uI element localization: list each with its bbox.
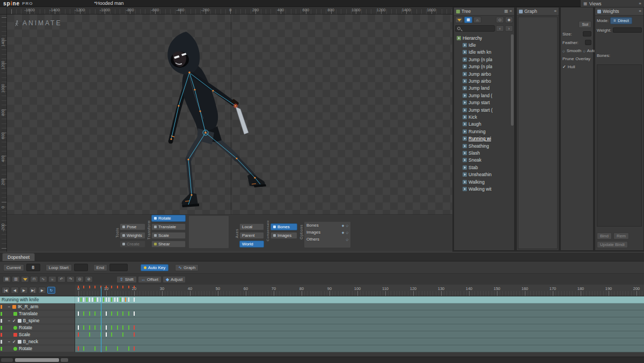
scrollbar-end-cap[interactable] [61,358,68,362]
rotate-button[interactable]: Rotate [151,215,186,222]
row-track[interactable] [75,303,644,310]
keyframe[interactable] [86,297,87,302]
visibility-check[interactable]: ✓ [12,318,16,323]
views-menu[interactable]: ▦ Views ≡ [581,0,644,7]
tree-item-animation[interactable]: Slash [456,149,510,156]
graph-view-button[interactable]: ∿Graph [175,264,199,271]
compensate-images-button[interactable]: Images [270,232,297,239]
tree-item-animation[interactable]: Running [456,128,510,135]
keyframe[interactable] [122,325,123,330]
row-label[interactable]: Rotate [0,324,75,331]
menu-icon[interactable]: ≡ [554,9,557,13]
dopesheet-tool-1-button[interactable]: ▥ [12,276,20,282]
tree-item-animation[interactable]: Jump start ( [456,106,510,113]
tree-root-hierarchy[interactable]: Hierarchy [456,34,510,41]
row-track[interactable] [75,310,644,317]
solid-mode-dropdown[interactable]: Sol [579,21,591,28]
row-label[interactable]: Running with knife [0,296,75,303]
menu-icon[interactable]: ≡ [510,9,512,13]
tree-item-animation[interactable]: Stab [456,164,510,171]
keyframe[interactable] [89,311,90,316]
keyframe[interactable] [125,297,126,302]
keyframe[interactable] [78,311,79,316]
keyframe[interactable] [108,297,109,302]
options-others-row[interactable]: Others◇ [304,236,350,243]
tree-scrollbar[interactable] [511,34,514,126]
keyframe[interactable] [128,311,129,316]
row-label[interactable]: −IK_R_arm [0,303,75,310]
keyframe[interactable] [80,297,82,302]
mode-dropdown[interactable]: ≡Direct [610,17,632,24]
row-label[interactable]: Translate [0,310,75,317]
overlay-toggle[interactable]: Overlay [575,56,590,61]
keyframe[interactable] [122,332,123,337]
keyframe[interactable] [114,297,115,302]
keyframe[interactable] [134,325,135,330]
horizontal-scrollbar[interactable] [0,357,644,363]
keyframe[interactable] [94,311,96,316]
row-label[interactable]: Scale [0,331,75,338]
frame-ruler[interactable]: 0102030405060708090100110120130140150160… [75,285,644,296]
axes-world-button[interactable]: World [239,241,264,248]
play-button[interactable]: ▶ [38,287,46,294]
playhead-line[interactable] [101,287,101,352]
axes-parent-button[interactable]: Parent [239,232,264,239]
diamond-empty-icon[interactable]: ◇ [346,237,348,241]
diamond-empty-icon[interactable]: ◇ [346,223,348,227]
keyframe[interactable] [92,297,93,302]
keyframe[interactable] [134,346,135,351]
dopesheet-tool-5-button[interactable]: ≈ [48,276,56,282]
diamond-filled-icon[interactable]: ◆ [342,223,345,227]
keyframe[interactable] [94,297,96,302]
menu-icon[interactable]: ≡ [639,2,641,6]
character-hooded-man[interactable] [157,31,273,213]
filter-button[interactable] [455,17,463,23]
tree-item-animation[interactable]: Sheathing [456,142,510,149]
search-prev-button[interactable]: ‹ [496,25,504,32]
dopesheet-tool-9-button[interactable]: ⊘ [85,276,93,282]
row-track[interactable] [75,317,644,324]
update-bindings-button[interactable]: Update Bindi [597,241,628,248]
tree-item-animation[interactable]: Idle with kn [456,49,510,56]
go-to-end-button[interactable]: ▶| [29,287,37,294]
row-track[interactable] [75,338,644,345]
expander-icon[interactable]: − [8,339,11,344]
scrollbar-thumb[interactable] [15,358,59,362]
row-track[interactable] [75,345,644,352]
offset-button[interactable]: ↔Offset [138,276,162,283]
tree-item-animation[interactable]: Jump airbo [456,77,510,84]
keyframe[interactable] [111,325,112,330]
keyframe[interactable] [111,297,112,302]
keyframe[interactable] [117,325,118,330]
canvas[interactable]: ANIMATE [7,14,452,252]
auto-key-toggle[interactable]: Auto Key [141,264,169,271]
dopesheet-tool-7-button[interactable]: ↷ [67,276,75,282]
dopesheet-tab[interactable]: Dopesheet [2,253,35,261]
keyframe[interactable] [117,346,118,351]
adjust-button[interactable]: ◆Adjust [163,276,186,283]
size-input[interactable] [583,31,591,37]
hull-toggle[interactable]: Hull [568,64,575,69]
tree-item-animation[interactable]: Laugh [456,121,510,128]
search-next-button[interactable]: › [505,25,513,32]
keyframe[interactable] [117,297,118,302]
translate-button[interactable]: Translate [151,223,186,230]
create-tool-button[interactable]: Create [120,241,145,248]
keyframe[interactable] [94,346,96,351]
keyframe[interactable] [103,297,104,302]
tree-item-animation[interactable]: Jump land ( [456,92,510,99]
options-bones-row[interactable]: Bones◆◇ [304,222,350,229]
keyframe[interactable] [134,297,135,302]
dopesheet-tool-3-button[interactable]: ⊓ [30,276,38,282]
magnet-button[interactable]: ∩ [473,17,481,23]
keyframe[interactable] [89,332,90,337]
keyframe[interactable] [97,297,98,302]
mode-toggle[interactable]: ANIMATE [14,19,62,27]
tree-item-animation[interactable]: Jump start [456,99,510,106]
loop-toggle[interactable]: ↻ [47,287,55,294]
keyframe[interactable] [78,325,79,330]
tree-item-animation[interactable]: Jump (n pla [456,56,510,63]
compensate-bones-button[interactable]: Bones [270,223,297,230]
axes-local-button[interactable]: Local [239,223,264,230]
row-track[interactable] [75,324,644,331]
